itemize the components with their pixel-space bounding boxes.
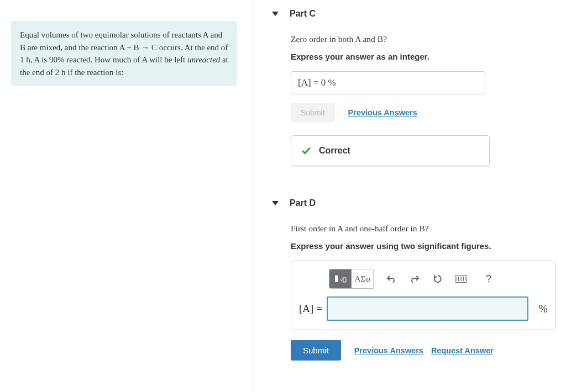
part-c-previous-answers-link[interactable]: Previous Answers (348, 108, 417, 117)
feedback-text: Correct (319, 146, 350, 156)
svg-rect-2 (343, 278, 346, 282)
part-d-title: Part D (290, 198, 316, 208)
part-d-previous-answers-link[interactable]: Previous Answers (354, 346, 423, 355)
part-c-title: Part C (290, 9, 316, 19)
part-c-submit-button: Submit (291, 103, 335, 122)
part-c-answer-display: [A] = 0 % (291, 71, 485, 94)
part-d-question: First order in A and one-half order in B… (291, 224, 556, 234)
answer-label: [A] = (299, 303, 322, 315)
symbols-button[interactable]: ΑΣφ (352, 269, 374, 288)
reset-icon[interactable] (428, 271, 447, 287)
check-icon (301, 146, 311, 156)
keyboard-icon[interactable] (452, 271, 470, 287)
part-c-header[interactable]: Part C (266, 2, 556, 25)
svg-rect-0 (335, 276, 338, 282)
caret-down-icon (272, 201, 279, 205)
part-d-header[interactable]: Part D (266, 192, 556, 215)
part-d-submit-button[interactable]: Submit (291, 340, 341, 361)
redo-icon[interactable] (405, 271, 424, 287)
problem-statement: Equal volumes of two equimolar solutions… (11, 21, 237, 86)
part-c-feedback: Correct (291, 135, 490, 166)
templates-button[interactable]: √ (329, 269, 352, 288)
help-icon[interactable]: ? (479, 271, 498, 287)
part-c-question: Zero order in both A and B? (291, 34, 556, 44)
part-d-instruction: Express your answer using two significan… (291, 241, 556, 251)
answer-input-panel: √ ΑΣφ (291, 261, 556, 330)
undo-icon[interactable] (382, 271, 401, 287)
caret-down-icon (272, 12, 279, 16)
part-c-instruction: Express your answer as an integer. (291, 52, 556, 61)
equation-toolbar: √ ΑΣφ (299, 269, 548, 289)
answer-input[interactable] (327, 296, 528, 321)
part-d-request-answer-link[interactable]: Request Answer (431, 346, 494, 355)
answer-unit: % (538, 303, 548, 315)
